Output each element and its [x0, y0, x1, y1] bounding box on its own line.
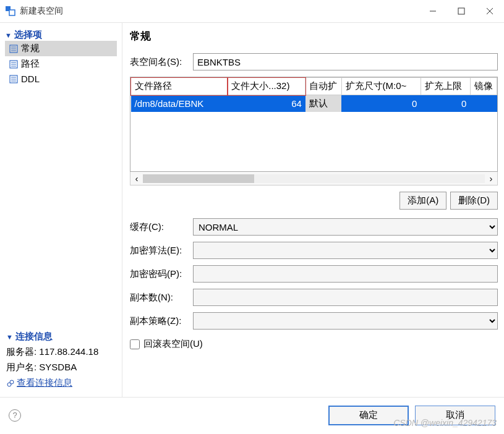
col-extend-size[interactable]: 扩充尺寸(M:0~ [341, 78, 421, 95]
copy-num-label: 副本数(N): [130, 292, 193, 304]
scroll-track[interactable] [143, 174, 485, 183]
cell-auto-extend: 默认 [305, 95, 341, 113]
link-text: 查看连接信息 [17, 377, 72, 389]
copy-policy-select[interactable] [193, 312, 498, 330]
minimize-button[interactable] [419, 0, 447, 22]
col-extend-max[interactable]: 扩充上限 [421, 78, 470, 95]
section-title: 选择项 [14, 29, 42, 41]
col-auto-extend[interactable]: 自动扩 [305, 78, 341, 95]
encrypt-alg-label: 加密算法(E): [130, 245, 193, 257]
table-row-empty [131, 142, 497, 156]
sidebar-item-label: DDL [21, 74, 40, 84]
cell-mirror [470, 95, 497, 113]
link-icon [6, 379, 15, 388]
horizontal-scrollbar[interactable]: ‹ › [130, 172, 498, 185]
cell-extend-max: 0 [421, 95, 470, 113]
sidebar: ▼ 选择项 常规 路径 DDL ▼ 连接信息 服务器: 117.88.244.1… [0, 23, 122, 397]
window-title: 新建表空间 [20, 6, 419, 17]
sidebar-item-general[interactable]: 常规 [5, 41, 117, 56]
collapse-icon: ▼ [5, 32, 12, 39]
tablespace-name-label: 表空间名(S): [130, 56, 193, 68]
close-button[interactable] [476, 0, 504, 22]
server-label: 服务器: 117.88.244.18 [5, 344, 117, 360]
collapse-icon: ▼ [6, 333, 13, 341]
title-bar: 新建表空间 [0, 0, 504, 23]
scroll-left-icon[interactable]: ‹ [130, 173, 143, 184]
app-icon [5, 6, 16, 17]
page-title: 常规 [130, 29, 498, 43]
rollback-label: 回滚表空间(U) [143, 338, 203, 350]
page-icon [9, 59, 19, 69]
sidebar-item-label: 常规 [21, 43, 40, 54]
copy-num-input[interactable] [193, 289, 498, 306]
table-row-empty [131, 127, 497, 142]
ok-button[interactable]: 确定 [328, 406, 409, 425]
table-row-empty [131, 112, 497, 127]
delete-button[interactable]: 删除(D) [450, 192, 498, 210]
footer: ? 确定 取消 [0, 397, 504, 433]
col-file-path[interactable]: 文件路径 [131, 78, 228, 95]
cell-file-size: 64 [228, 95, 305, 113]
file-table: 文件路径 文件大小...32) 自动扩 扩充尺寸(M:0~ 扩充上限 镜像 /d… [130, 77, 498, 172]
encrypt-alg-select[interactable] [193, 242, 498, 259]
page-icon [9, 74, 19, 84]
copy-policy-label: 副本策略(Z): [130, 315, 193, 327]
table-row-empty [131, 156, 497, 171]
sidebar-item-label: 路径 [21, 58, 40, 70]
scroll-right-icon[interactable]: › [485, 173, 497, 184]
content-panel: 常规 表空间名(S): 文件路径 文件大小...32) 自动扩 扩充尺寸(M:0… [122, 23, 504, 397]
scroll-thumb[interactable] [143, 174, 254, 183]
section-title: 连接信息 [15, 331, 53, 343]
cache-select[interactable]: NORMAL [193, 218, 498, 236]
tablespace-name-input[interactable] [193, 53, 498, 70]
rollback-checkbox[interactable] [130, 339, 140, 349]
add-button[interactable]: 添加(A) [399, 192, 446, 210]
col-file-size[interactable]: 文件大小...32) [228, 78, 305, 95]
page-icon [9, 44, 19, 54]
cell-extend-size: 0 [341, 95, 421, 113]
svg-rect-1 [9, 10, 15, 15]
col-mirror[interactable]: 镜像 [470, 78, 497, 95]
table-row[interactable]: /dm8/data/EBNK 64 默认 0 0 [131, 95, 497, 113]
help-icon[interactable]: ? [9, 409, 21, 422]
encrypt-pwd-input[interactable] [193, 265, 498, 283]
cancel-button[interactable]: 取消 [415, 406, 495, 425]
maximize-button[interactable] [447, 0, 476, 22]
svg-point-19 [10, 380, 14, 384]
user-label: 用户名: SYSDBA [5, 360, 117, 375]
svg-rect-3 [458, 8, 464, 14]
view-connection-link[interactable]: 查看连接信息 [5, 375, 117, 391]
encrypt-pwd-label: 加密密码(P): [130, 268, 193, 280]
sidebar-section-options[interactable]: ▼ 选择项 [5, 29, 117, 41]
cell-file-path: /dm8/data/EBNK [131, 95, 228, 113]
sidebar-section-connection[interactable]: ▼ 连接信息 [5, 329, 117, 344]
sidebar-item-ddl[interactable]: DDL [5, 72, 117, 86]
cache-label: 缓存(C): [130, 221, 193, 233]
sidebar-item-path[interactable]: 路径 [5, 56, 117, 72]
